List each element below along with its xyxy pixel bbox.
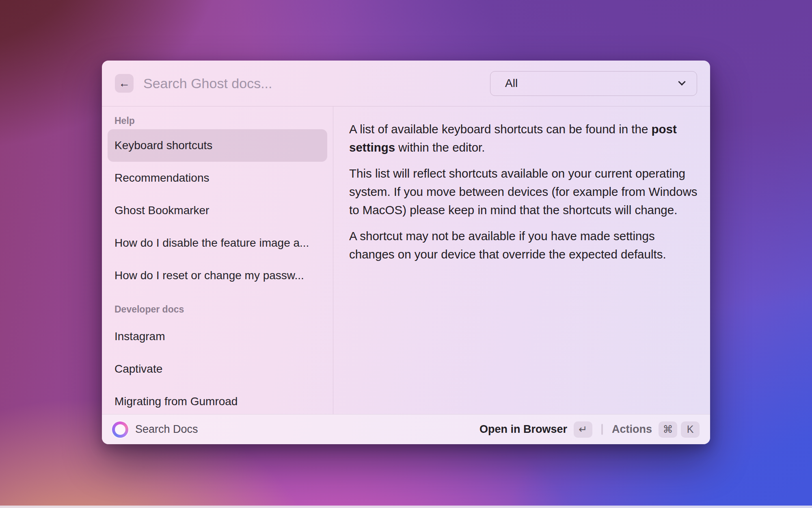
detail-text: A list of available keyboard shortcuts c… — [349, 122, 652, 136]
detail-paragraph: This list will reflect shortcuts availab… — [349, 164, 698, 219]
back-button[interactable]: ← — [115, 74, 134, 93]
screen-bottom-edge — [0, 506, 812, 508]
search-window: ← All Help Keyboard shortcuts Recommenda… — [102, 61, 710, 444]
section-header-help: Help — [108, 112, 327, 129]
back-arrow-icon: ← — [119, 77, 130, 90]
actions-shortcut-keys: ⌘ K — [659, 421, 700, 438]
footer-divider — [601, 424, 603, 435]
footer-source-label: Search Docs — [135, 423, 198, 436]
sidebar-item-label: Instagram — [114, 330, 165, 343]
status-footer: Search Docs Open in Browser ↵ Actions ⌘ … — [102, 414, 710, 444]
actions-menu-button[interactable]: Actions — [612, 423, 652, 436]
k-key-icon: K — [681, 421, 700, 438]
return-key-icon: ↵ — [574, 421, 592, 438]
section-header-developer-docs: Developer docs — [108, 292, 327, 320]
sidebar-item-keyboard-shortcuts[interactable]: Keyboard shortcuts — [108, 129, 327, 162]
sidebar-item-ghost-bookmarker[interactable]: Ghost Bookmarker — [108, 194, 327, 227]
detail-text: within the editor. — [395, 141, 485, 154]
filter-dropdown[interactable]: All — [490, 71, 697, 96]
search-topbar: ← All — [102, 61, 710, 106]
results-sidebar: Help Keyboard shortcuts Recommendations … — [102, 106, 333, 414]
sidebar-item-recommendations[interactable]: Recommendations — [108, 162, 327, 194]
sidebar-item-instagram[interactable]: Instagram — [108, 320, 327, 353]
sidebar-item-label: Recommendations — [114, 172, 209, 185]
search-input[interactable] — [143, 76, 490, 91]
detail-pane: A list of available keyboard shortcuts c… — [333, 106, 710, 414]
detail-paragraph: A shortcut may not be available if you h… — [349, 227, 698, 263]
footer-actions: Open in Browser ↵ Actions ⌘ K — [479, 421, 700, 438]
sidebar-item-disable-feature-image[interactable]: How do I disable the feature image a... — [108, 227, 327, 259]
open-in-browser-button[interactable]: Open in Browser — [479, 423, 567, 436]
detail-paragraph: A list of available keyboard shortcuts c… — [349, 120, 698, 156]
chevron-down-icon — [678, 78, 685, 85]
sidebar-item-label: How do I reset or change my passw... — [114, 269, 304, 282]
sidebar-item-label: Keyboard shortcuts — [114, 139, 212, 152]
sidebar-item-label: How do I disable the feature image a... — [114, 237, 309, 250]
sidebar-item-label: Migrating from Gumroad — [114, 395, 238, 408]
filter-dropdown-value: All — [505, 77, 518, 90]
sidebar-item-captivate[interactable]: Captivate — [108, 353, 327, 385]
extension-ring-icon — [112, 421, 128, 438]
content-area: Help Keyboard shortcuts Recommendations … — [102, 106, 710, 414]
command-key-icon: ⌘ — [659, 421, 677, 438]
sidebar-item-reset-password[interactable]: How do I reset or change my passw... — [108, 259, 327, 292]
sidebar-item-label: Captivate — [114, 363, 162, 376]
sidebar-item-label: Ghost Bookmarker — [114, 204, 209, 217]
sidebar-item-migrating-from-gumroad[interactable]: Migrating from Gumroad — [108, 385, 327, 414]
